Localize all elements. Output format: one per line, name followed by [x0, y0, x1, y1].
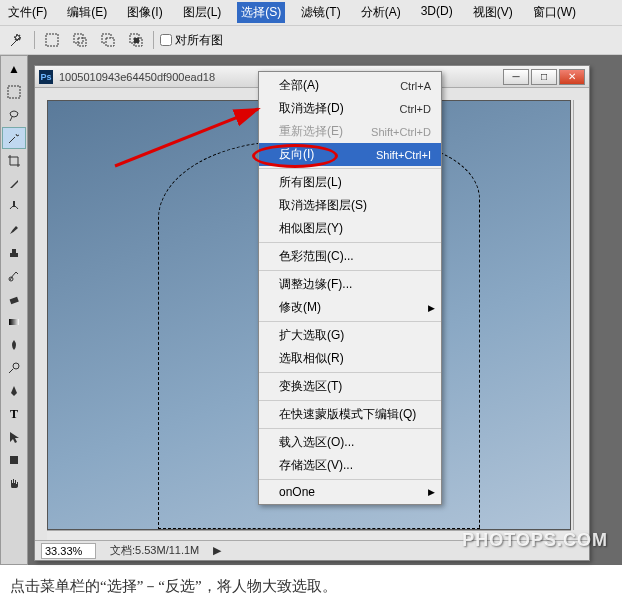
svg-rect-9: [13, 201, 15, 207]
submenu-arrow-icon: ▶: [428, 303, 435, 313]
menu-edit[interactable]: 编辑(E): [63, 2, 111, 23]
menu-item-similar-layers[interactable]: 相似图层(Y): [259, 217, 441, 240]
workspace: ▲ T Ps 1005010943e64450df900ead18 ─ □ ✕: [0, 55, 622, 565]
options-bar: 对所有图: [0, 26, 622, 55]
watermark: PHOTOPS.COM: [462, 530, 608, 551]
pen-tool-icon[interactable]: [2, 380, 26, 402]
sample-all-layers-label: 对所有图: [175, 32, 223, 49]
svg-rect-0: [46, 34, 58, 46]
close-button[interactable]: ✕: [559, 69, 585, 85]
sample-all-layers-input[interactable]: [160, 34, 172, 46]
select-menu-dropdown: 全部(A)Ctrl+A 取消选择(D)Ctrl+D 重新选择(E)Shift+C…: [258, 71, 442, 505]
selection-new-icon[interactable]: [41, 29, 63, 51]
svg-rect-11: [10, 297, 19, 304]
menu-item-deselect-layers[interactable]: 取消选择图层(S): [259, 194, 441, 217]
brush-tool-icon[interactable]: [2, 219, 26, 241]
selection-intersect-icon[interactable]: [125, 29, 147, 51]
menu-layer[interactable]: 图层(L): [179, 2, 226, 23]
menu-item-grow[interactable]: 扩大选取(G): [259, 324, 441, 347]
doc-size-label: 文档:5.53M/11.1M: [110, 543, 199, 558]
path-select-tool-icon[interactable]: [2, 426, 26, 448]
menu-item-select-all[interactable]: 全部(A)Ctrl+A: [259, 74, 441, 97]
svg-rect-4: [106, 38, 114, 46]
menu-item-modify[interactable]: 修改(M)▶: [259, 296, 441, 319]
svg-point-13: [13, 363, 19, 369]
svg-rect-7: [134, 38, 139, 43]
svg-rect-8: [8, 86, 20, 98]
selection-add-icon[interactable]: [69, 29, 91, 51]
menu-item-deselect[interactable]: 取消选择(D)Ctrl+D: [259, 97, 441, 120]
healing-tool-icon[interactable]: [2, 196, 26, 218]
menu-file[interactable]: 文件(F): [4, 2, 51, 23]
menu-item-load-selection[interactable]: 载入选区(O)...: [259, 431, 441, 454]
menu-item-inverse[interactable]: 反向(I)Shift+Ctrl+I: [259, 143, 441, 166]
gradient-tool-icon[interactable]: [2, 311, 26, 333]
menu-bar: 文件(F) 编辑(E) 图像(I) 图层(L) 选择(S) 滤镜(T) 分析(A…: [0, 0, 622, 26]
stamp-tool-icon[interactable]: [2, 242, 26, 264]
menu-item-similar[interactable]: 选取相似(R): [259, 347, 441, 370]
ps-icon: Ps: [39, 70, 53, 84]
hand-tool-icon[interactable]: [2, 472, 26, 494]
menu-item-save-selection[interactable]: 存储选区(V)...: [259, 454, 441, 477]
menu-item-color-range[interactable]: 色彩范围(C)...: [259, 245, 441, 268]
type-tool-icon[interactable]: T: [2, 403, 26, 425]
svg-rect-12: [9, 319, 19, 325]
menu-image[interactable]: 图像(I): [123, 2, 166, 23]
caption-text: 点击菜单栏的“选择”－“反选”，将人物大致选取。: [0, 565, 622, 604]
maximize-button[interactable]: □: [531, 69, 557, 85]
menu-3d[interactable]: 3D(D): [417, 2, 457, 23]
sample-all-layers-checkbox[interactable]: 对所有图: [160, 32, 223, 49]
menu-window[interactable]: 窗口(W): [529, 2, 580, 23]
blur-tool-icon[interactable]: [2, 334, 26, 356]
crop-tool-icon[interactable]: [2, 150, 26, 172]
submenu-arrow-icon: ▶: [428, 487, 435, 497]
menu-item-all-layers[interactable]: 所有图层(L): [259, 171, 441, 194]
history-brush-tool-icon[interactable]: [2, 265, 26, 287]
magic-wand-tool-icon[interactable]: [2, 127, 26, 149]
menu-item-reselect: 重新选择(E)Shift+Ctrl+D: [259, 120, 441, 143]
svg-rect-2: [78, 38, 86, 46]
eyedropper-tool-icon[interactable]: [2, 173, 26, 195]
menu-item-onone[interactable]: onOne▶: [259, 482, 441, 502]
vertical-scrollbar[interactable]: [573, 100, 589, 530]
marquee-tool-icon[interactable]: [2, 81, 26, 103]
magic-wand-icon[interactable]: [6, 29, 28, 51]
menu-item-quick-mask[interactable]: 在快速蒙版模式下编辑(Q): [259, 403, 441, 426]
menu-select[interactable]: 选择(S): [237, 2, 285, 23]
zoom-input[interactable]: [41, 543, 96, 559]
menu-item-refine-edge[interactable]: 调整边缘(F)...: [259, 273, 441, 296]
lasso-tool-icon[interactable]: [2, 104, 26, 126]
selection-subtract-icon[interactable]: [97, 29, 119, 51]
menu-view[interactable]: 视图(V): [469, 2, 517, 23]
svg-rect-14: [10, 456, 18, 464]
shape-tool-icon[interactable]: [2, 449, 26, 471]
eraser-tool-icon[interactable]: [2, 288, 26, 310]
dodge-tool-icon[interactable]: [2, 357, 26, 379]
minimize-button[interactable]: ─: [503, 69, 529, 85]
menu-analysis[interactable]: 分析(A): [357, 2, 405, 23]
tool-panel: ▲ T: [0, 55, 28, 565]
move-tool-icon[interactable]: ▲: [2, 58, 26, 80]
menu-item-transform-selection[interactable]: 变换选区(T): [259, 375, 441, 398]
menu-filter[interactable]: 滤镜(T): [297, 2, 344, 23]
status-arrow-icon[interactable]: ▶: [213, 544, 221, 557]
